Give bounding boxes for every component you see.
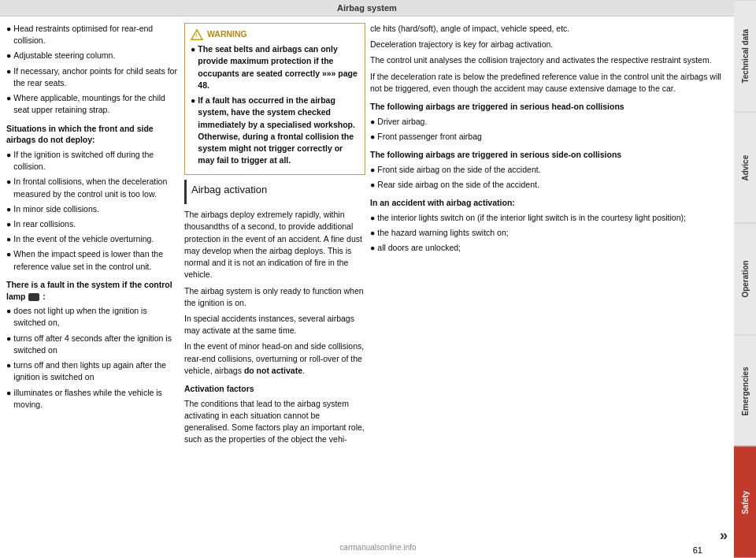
middle-column: ! WARNING ● The seat belts and airbags c… (184, 23, 365, 538)
list-item: ● Front passenger front airbag (370, 131, 729, 143)
list-item: ● Driver airbag. (370, 116, 729, 128)
right-section-heading-2: The following airbags are triggered in s… (370, 149, 729, 161)
right-para-2: Deceleration trajectory is key for airba… (370, 39, 729, 50)
activation-title: Airbag activation (191, 183, 361, 198)
page-header: Airbag system (0, 0, 734, 17)
sidebar-tab-technical-data[interactable]: Technical data (734, 0, 756, 112)
right-column: cle hits (hard/soft), angle of impact, v… (370, 23, 729, 538)
list-item: ● Head restraints optimised for rear-end… (6, 23, 180, 46)
warning-title: ! WARNING (191, 28, 359, 40)
activation-factors-para: The conditions that lead to the airbag s… (184, 398, 365, 446)
right-para-3: The control unit analyses the collision … (370, 54, 729, 66)
right-para-1: cle hits (hard/soft), angle of impact, v… (370, 23, 729, 35)
arrow-right-icon: » (720, 525, 728, 545)
activation-para-4: In the event of minor head-on and side c… (184, 340, 365, 377)
right-para-4: If the deceleration rate is below the pr… (370, 71, 729, 95)
list-item: ● all doors are unlocked; (370, 242, 729, 254)
list-item: ● In rear collisions. (6, 218, 180, 230)
page-number: 61 (693, 545, 702, 555)
list-item: ● does not light up when the ignition is… (6, 305, 180, 329)
list-item: ● In minor side collisions. (6, 203, 180, 215)
website-watermark: carmanualsonline.info (339, 543, 416, 552)
list-item: ● Front side airbag on the side of the a… (370, 164, 729, 176)
list-item: ● the hazard warning lights switch on; (370, 227, 729, 239)
list-item: ● the interior lights switch on (if the … (370, 212, 729, 224)
list-item: ● illuminates or flashes while the vehic… (6, 387, 180, 411)
header-title: Airbag system (337, 3, 397, 13)
list-item: ● Adjustable steering column. (6, 50, 180, 61)
sidebar-tabs: Technical data Advice Operation Emergenc… (734, 0, 756, 558)
activation-para-3: In special accidents instances, several … (184, 313, 365, 337)
sidebar-tab-operation[interactable]: Operation (734, 223, 756, 335)
list-item: ● Where applicable, mountings for the ch… (6, 92, 180, 116)
svg-text:!: ! (195, 32, 198, 39)
activation-para-1: The airbags deploy extremely rapidly, wi… (184, 209, 365, 281)
activation-para-2: The airbag system is only ready to funct… (184, 285, 365, 309)
section-heading-1: Situations in which the front and side a… (6, 123, 180, 146)
list-item: ● In frontal collisions, when the decele… (6, 176, 180, 199)
warning-item: ● If a fault has occurred in the airbag … (191, 95, 359, 166)
left-column: ● Head restraints optimised for rear-end… (6, 23, 180, 538)
list-item: ● turns off and then lights up again aft… (6, 359, 180, 383)
right-section-heading-3: In an accident with airbag activation: (370, 197, 729, 209)
sidebar-tab-emergencies[interactable]: Emergencies (734, 335, 756, 447)
sidebar-tab-safety[interactable]: Safety (734, 446, 756, 558)
warning-box: ! WARNING ● The seat belts and airbags c… (184, 23, 365, 175)
activation-section: Airbag activation (184, 180, 365, 204)
list-item: ● If the ignition is switched off during… (6, 149, 180, 173)
list-item: ● If necessary, anchor points for child … (6, 65, 180, 89)
warning-triangle-icon: ! (191, 29, 203, 40)
list-item: ● turns off after 4 seconds after the ig… (6, 333, 180, 356)
list-item: ● In the event of the vehicle overturnin… (6, 233, 180, 245)
warning-item: ● The seat belts and airbags can only pr… (191, 43, 359, 91)
sidebar-tab-advice[interactable]: Advice (734, 112, 756, 224)
list-item: ● When the impact speed is lower than th… (6, 248, 180, 272)
lamp-icon (28, 293, 39, 301)
list-item: ● Rear side airbag on the side of the ac… (370, 179, 729, 191)
activation-factors-heading: Activation factors (184, 383, 365, 395)
section-heading-2: There is a fault in the system if the co… (6, 279, 180, 302)
right-section-heading-1: The following airbags are triggered in s… (370, 101, 729, 113)
